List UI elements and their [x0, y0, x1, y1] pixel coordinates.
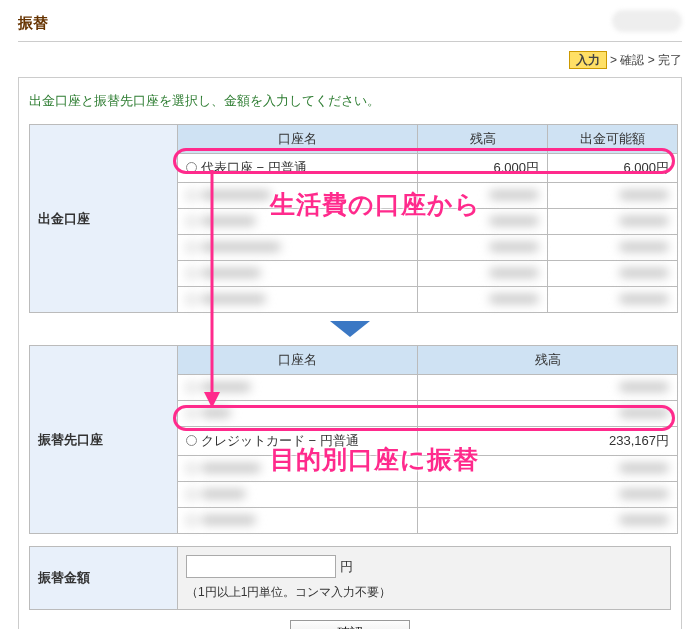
source-account-table: 出金口座 口座名 残高 出金可能額 代表口座 − 円普通 6,000円 6,00…: [29, 124, 678, 313]
col-available: 出金可能額: [548, 125, 678, 154]
instruction-text: 出金口座と振替先口座を選択し、金額を入力してください。: [29, 92, 671, 110]
amount-label: 振替金額: [30, 547, 178, 610]
dest-label: 振替先口座: [30, 346, 178, 534]
page-title: 振替: [18, 10, 682, 42]
amount-cell: 円 （1円以上1円単位。コンマ入力不要）: [178, 547, 671, 610]
svg-marker-0: [330, 321, 370, 337]
account-balance: 233,167円: [418, 427, 678, 456]
amount-table: 振替金額 円 （1円以上1円単位。コンマ入力不要）: [29, 546, 671, 610]
col-balance: 残高: [418, 125, 548, 154]
confirm-button[interactable]: 確認: [290, 620, 410, 629]
source-label: 出金口座: [30, 125, 178, 313]
blurred-user-menu: [612, 10, 682, 32]
step-next: 確認: [620, 53, 644, 67]
dest-account-table: 振替先口座 口座名 残高 クレジットカード − 円普通 233,167円: [29, 345, 678, 534]
account-name: クレジットカード − 円普通: [201, 433, 359, 448]
amount-unit: 円: [340, 559, 353, 574]
form-panel: 出金口座と振替先口座を選択し、金額を入力してください。 出金口座 口座名 残高 …: [18, 77, 682, 629]
col-balance: 残高: [418, 346, 678, 375]
radio-icon[interactable]: [186, 162, 197, 173]
col-account-name: 口座名: [178, 346, 418, 375]
page: 振替 入力 > 確認 > 完了 出金口座と振替先口座を選択し、金額を入力してくだ…: [0, 0, 700, 629]
amount-input[interactable]: [186, 555, 336, 578]
account-available: 6,000円: [548, 154, 678, 183]
col-account-name: 口座名: [178, 125, 418, 154]
account-name: 代表口座 − 円普通: [201, 160, 307, 175]
step-final: 完了: [658, 53, 682, 67]
amount-hint: （1円以上1円単位。コンマ入力不要）: [186, 584, 662, 601]
button-row: 確認: [29, 610, 671, 629]
down-arrow-divider: [29, 313, 671, 345]
chevron-down-icon: [330, 321, 370, 337]
account-balance: 6,000円: [418, 154, 548, 183]
radio-icon[interactable]: [186, 435, 197, 446]
step-current: 入力: [569, 51, 607, 69]
step-indicator: 入力 > 確認 > 完了: [18, 42, 682, 77]
